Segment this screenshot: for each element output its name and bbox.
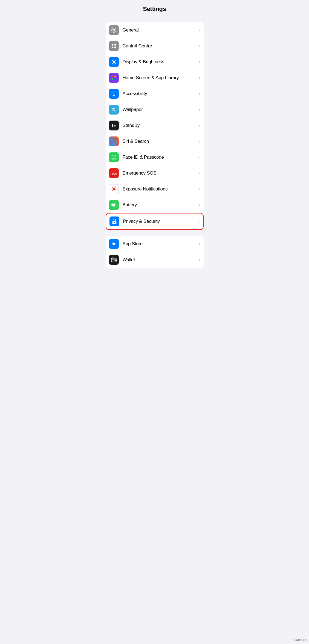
svg-point-1 bbox=[113, 29, 115, 31]
svg-rect-41 bbox=[112, 204, 115, 206]
chevron-icon-app-store: › bbox=[199, 241, 200, 246]
chevron-icon-battery: › bbox=[199, 203, 200, 207]
settings-row-exposure[interactable]: Exposure Notifications› bbox=[106, 181, 204, 197]
svg-rect-31 bbox=[114, 126, 115, 127]
settings-row-display-brightness[interactable]: Display & Brightness› bbox=[106, 54, 204, 70]
row-label-home-screen: Home Screen & App Library bbox=[123, 75, 198, 81]
row-label-general: General bbox=[123, 27, 198, 33]
svg-rect-20 bbox=[114, 76, 116, 77]
settings-row-wallpaper[interactable]: Wallpaper› bbox=[106, 102, 204, 118]
settings-row-home-screen[interactable]: Home Screen & App Library› bbox=[106, 70, 204, 86]
svg-point-32 bbox=[111, 139, 116, 144]
row-label-wallpaper: Wallpaper bbox=[123, 107, 198, 112]
chevron-icon-siri-search: › bbox=[199, 139, 200, 144]
privacy-icon bbox=[109, 216, 119, 226]
appstore-icon bbox=[109, 239, 119, 249]
svg-rect-19 bbox=[111, 76, 113, 77]
svg-rect-9 bbox=[114, 47, 116, 48]
settings-row-app-store[interactable]: App Store› bbox=[106, 236, 204, 252]
chevron-icon-accessibility: › bbox=[199, 91, 200, 96]
chevron-icon-standby: › bbox=[199, 123, 200, 128]
chevron-icon-general: › bbox=[199, 28, 200, 33]
row-label-wallet: Wallet bbox=[123, 257, 198, 263]
svg-point-27 bbox=[114, 110, 115, 112]
chevron-icon-display-brightness: › bbox=[199, 59, 200, 64]
svg-rect-6 bbox=[112, 44, 113, 46]
settings-row-wallet[interactable]: Wallet› bbox=[106, 252, 204, 268]
settings-row-control-centre[interactable]: Control Centre› bbox=[106, 38, 204, 54]
row-label-exposure: Exposure Notifications bbox=[123, 186, 198, 192]
svg-point-23 bbox=[113, 92, 114, 93]
homescreen-icon bbox=[109, 73, 119, 83]
siri-icon bbox=[109, 136, 119, 146]
section-2: App Store› Wallet› bbox=[106, 236, 204, 268]
chevron-icon-privacy-security: › bbox=[198, 219, 200, 224]
settings-row-emergency-sos[interactable]: SOS Emergency SOS› bbox=[106, 165, 204, 181]
svg-rect-7 bbox=[114, 44, 116, 46]
row-label-display-brightness: Display & Brightness bbox=[123, 59, 198, 65]
settings-row-battery[interactable]: Battery› bbox=[106, 197, 204, 213]
display-icon bbox=[109, 57, 119, 67]
settings-row-standby[interactable]: StandBy› bbox=[106, 118, 204, 133]
svg-point-43 bbox=[114, 222, 115, 223]
general-icon bbox=[109, 25, 119, 35]
svg-rect-21 bbox=[111, 78, 113, 80]
accessibility-icon bbox=[109, 89, 119, 99]
header: Settings bbox=[101, 0, 208, 16]
row-label-accessibility: Accessibility bbox=[123, 91, 198, 96]
svg-point-26 bbox=[112, 110, 113, 111]
row-label-siri-search: Siri & Search bbox=[123, 139, 198, 144]
svg-line-15 bbox=[112, 60, 112, 61]
section-1: General› Control Centre› Display & Brigh… bbox=[106, 22, 204, 230]
settings-row-privacy-security[interactable]: Privacy & Security› bbox=[106, 213, 204, 230]
battery-icon bbox=[109, 200, 119, 210]
standby-icon bbox=[109, 121, 119, 130]
svg-point-37 bbox=[112, 188, 115, 190]
svg-line-18 bbox=[115, 60, 115, 61]
sos-icon: SOS bbox=[109, 168, 119, 178]
svg-line-16 bbox=[115, 63, 115, 64]
svg-rect-45 bbox=[114, 260, 116, 261]
row-label-battery: Battery bbox=[123, 202, 198, 208]
control-icon bbox=[109, 41, 119, 51]
row-label-app-store: App Store bbox=[123, 241, 198, 247]
row-label-standby: StandBy bbox=[123, 123, 198, 128]
chevron-icon-face-id: › bbox=[199, 155, 200, 160]
settings-row-face-id[interactable]: Face ID & Passcode› bbox=[106, 149, 204, 165]
wallet-icon bbox=[109, 255, 119, 265]
chevron-icon-exposure: › bbox=[199, 187, 200, 192]
settings-row-general[interactable]: General› bbox=[106, 22, 204, 38]
chevron-icon-wallpaper: › bbox=[199, 107, 200, 112]
svg-rect-30 bbox=[114, 125, 116, 126]
row-label-privacy-security: Privacy & Security bbox=[123, 219, 197, 224]
chevron-icon-wallet: › bbox=[199, 257, 200, 262]
svg-rect-22 bbox=[114, 78, 116, 80]
svg-point-34 bbox=[114, 156, 115, 157]
chevron-icon-control-centre: › bbox=[199, 44, 200, 49]
faceid-icon bbox=[109, 152, 119, 162]
svg-point-25 bbox=[114, 108, 115, 109]
svg-point-10 bbox=[113, 61, 115, 63]
chevron-icon-emergency-sos: › bbox=[199, 171, 200, 176]
row-label-emergency-sos: Emergency SOS bbox=[123, 170, 198, 176]
svg-rect-8 bbox=[112, 47, 113, 48]
svg-rect-29 bbox=[112, 124, 113, 127]
svg-rect-46 bbox=[112, 258, 114, 258]
svg-point-28 bbox=[113, 109, 114, 110]
page-title: Settings bbox=[143, 5, 166, 12]
exposure-icon bbox=[109, 184, 119, 194]
svg-line-17 bbox=[112, 63, 112, 64]
row-label-control-centre: Control Centre bbox=[123, 43, 198, 49]
settings-row-siri-search[interactable]: Siri & Search› bbox=[106, 133, 204, 149]
svg-rect-44 bbox=[111, 258, 116, 262]
settings-row-accessibility[interactable]: Accessibility› bbox=[106, 86, 204, 102]
svg-point-33 bbox=[113, 156, 113, 157]
row-label-face-id: Face ID & Passcode bbox=[123, 155, 198, 160]
wallpaper-icon bbox=[109, 105, 119, 115]
svg-text:SOS: SOS bbox=[111, 172, 117, 175]
chevron-icon-home-screen: › bbox=[199, 75, 200, 80]
